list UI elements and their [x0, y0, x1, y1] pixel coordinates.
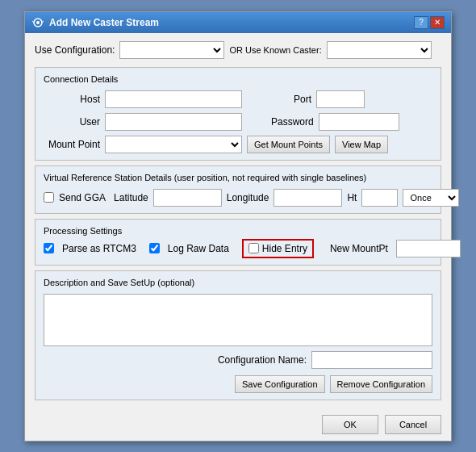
mount-point-select[interactable]	[105, 136, 242, 153]
config-btns-row: Save Configuration Remove Configuration	[44, 375, 432, 393]
port-label: Port	[271, 94, 311, 105]
or-label: OR Use Known Caster:	[229, 45, 321, 55]
save-configuration-button[interactable]: Save Configuration	[235, 375, 325, 393]
send-gga-checkbox[interactable]	[44, 192, 54, 203]
once-select[interactable]: Once Always Never	[403, 189, 459, 207]
cancel-button[interactable]: Cancel	[385, 415, 441, 434]
host-label: Host	[44, 94, 100, 105]
title-bar-left: Add New Caster Stream	[31, 16, 159, 29]
hide-entry-label: Hide Entry	[262, 243, 307, 254]
processing-title: Processing Settings	[44, 226, 432, 236]
processing-row: Parse as RTCM3 Log Raw Data Hide Entry N…	[44, 239, 432, 258]
config-name-row: Configuration Name:	[44, 351, 432, 369]
connection-title: Connection Details	[44, 74, 432, 84]
use-config-select[interactable]	[119, 41, 224, 59]
remove-configuration-button[interactable]: Remove Configuration	[330, 375, 432, 393]
dialog: Add New Caster Stream ? ✕ Use Configurat…	[24, 11, 452, 442]
user-row: User Password	[44, 113, 432, 131]
log-raw-checkbox[interactable]	[149, 243, 160, 253]
processing-section: Processing Settings Parse as RTCM3 Log R…	[35, 219, 441, 266]
view-map-button[interactable]: View Map	[335, 136, 388, 153]
footer-buttons: OK Cancel	[25, 408, 451, 441]
parse-rtcm3-checkbox[interactable]	[44, 243, 54, 253]
ok-button[interactable]: OK	[322, 415, 378, 434]
config-name-label: Configuration Name:	[218, 354, 307, 366]
description-textarea[interactable]	[44, 294, 432, 346]
log-raw-label: Log Raw Data	[168, 243, 229, 254]
port-input[interactable]	[316, 90, 365, 108]
dialog-title: Add New Caster Stream	[49, 17, 159, 28]
use-known-caster-select[interactable]	[327, 41, 432, 59]
longitude-label: Longitude	[227, 192, 269, 203]
svg-point-1	[36, 21, 40, 24]
ht-input[interactable]	[361, 189, 398, 207]
help-button[interactable]: ?	[414, 16, 428, 29]
longitude-input[interactable]	[273, 189, 342, 207]
description-title: Description and Save SetUp (optional)	[44, 278, 432, 287]
parse-rtcm3-label: Parse as RTCM3	[62, 243, 136, 254]
hide-entry-checkbox[interactable]	[248, 243, 259, 253]
host-input[interactable]	[105, 90, 242, 108]
caster-icon	[31, 16, 44, 29]
ht-label: Ht	[347, 192, 357, 203]
user-input[interactable]	[105, 113, 242, 131]
latitude-input[interactable]	[153, 189, 222, 207]
user-label: User	[44, 116, 100, 128]
title-bar-controls: ? ✕	[414, 16, 445, 29]
new-mountpt-label: New MountPt	[330, 243, 388, 254]
close-button[interactable]: ✕	[430, 16, 445, 29]
vrs-title: Virtual Reference Station Details (user …	[44, 173, 432, 182]
use-config-label: Use Configuration:	[35, 44, 115, 56]
latitude-label: Latitude	[114, 192, 148, 203]
mount-row: Mount Point Get Mount Points View Map	[44, 136, 432, 153]
mount-point-label: Mount Point	[44, 139, 100, 150]
host-row: Host Port	[44, 90, 432, 108]
top-row: Use Configuration: OR Use Known Caster:	[35, 41, 441, 59]
password-input[interactable]	[319, 113, 399, 131]
dialog-body: Use Configuration: OR Use Known Caster: …	[25, 33, 451, 408]
title-bar: Add New Caster Stream ? ✕	[25, 12, 451, 33]
connection-section: Connection Details Host Port User Passwo…	[35, 67, 441, 161]
get-mount-points-button[interactable]: Get Mount Points	[247, 136, 330, 153]
description-section: Description and Save SetUp (optional) Co…	[35, 270, 441, 400]
send-gga-label: Send GGA	[59, 192, 106, 203]
vrs-row: Send GGA Latitude Longitude Ht Once Alwa…	[44, 189, 432, 207]
new-mountpt-input[interactable]	[396, 240, 461, 257]
vrs-section: Virtual Reference Station Details (user …	[35, 165, 441, 214]
hide-entry-container: Hide Entry	[242, 239, 314, 258]
password-label: Password	[271, 116, 314, 128]
config-name-input[interactable]	[311, 351, 432, 369]
